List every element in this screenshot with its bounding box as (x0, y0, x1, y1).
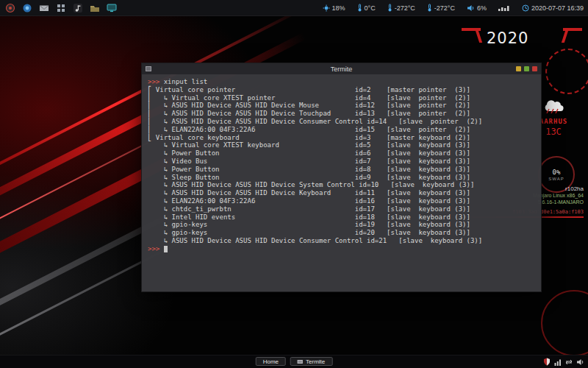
window-title: Termite (331, 66, 353, 73)
close-button[interactable] (532, 66, 537, 71)
xinput-row: ↳ ASUS HID Device ASUS HID Device Keyboa… (148, 189, 535, 197)
files-icon[interactable] (89, 2, 100, 13)
display-icon[interactable] (106, 2, 117, 13)
shell-prompt: >>> (148, 245, 159, 252)
menu-icon[interactable] (4, 2, 15, 13)
maximize-button[interactable] (524, 66, 529, 71)
xinput-row: ⎜ ↳ Virtual core XTEST pointer id=4 [sla… (148, 94, 535, 102)
home-button[interactable]: Home (256, 357, 286, 366)
shield-icon[interactable] (543, 358, 551, 366)
xinput-row: ⎡ Virtual core pointer id=2 [master poin… (148, 86, 535, 94)
window-icon (146, 66, 151, 71)
xinput-row: ↳ Sleep Button id=9 [slave keyboard (3)] (148, 174, 535, 182)
temperature-indicator-2[interactable]: -272°C (387, 4, 415, 12)
volume-icon (467, 4, 475, 12)
year-widget: 2020 (462, 28, 582, 47)
clock-value: 2020-07-07 16:39 (531, 4, 584, 12)
command-line: >>> xinput list (148, 78, 535, 86)
red-bracket-icon (563, 28, 582, 46)
command-text: xinput list (164, 78, 208, 85)
xinput-row: ⎜ ↳ ASUS HID Device ASUS HID Device Touc… (148, 110, 535, 118)
task-button-termite[interactable]: Termite (290, 357, 332, 366)
system-tray (543, 358, 584, 366)
xinput-row: ↳ ASUS HID Device ASUS HID Device Consum… (148, 237, 535, 245)
xinput-row: ↳ gpio-keys id=19 [slave keyboard (3)] (148, 221, 535, 229)
prompt-line: >>> (148, 245, 535, 253)
top-panel: 18% 0°C -272°C -272°C 6% (0, 0, 588, 16)
status-area: 18% 0°C -272°C -272°C 6% (323, 4, 584, 12)
minimize-button[interactable] (516, 66, 521, 71)
shell-prompt: >>> (148, 78, 159, 85)
temperature-value: -272°C (434, 4, 455, 12)
year-text: 2020 (487, 29, 528, 47)
mail-icon[interactable] (38, 2, 49, 13)
xinput-row: ↳ Virtual core XTEST keyboard id=5 [slav… (148, 141, 535, 149)
red-bracket-icon (462, 28, 481, 46)
temperature-indicator-1[interactable]: 0°C (357, 4, 376, 12)
xinput-row: ⎜ ↳ ASUS HID Device ASUS HID Device Mous… (148, 102, 535, 110)
browser-icon[interactable] (21, 2, 32, 13)
xinput-row: ↳ ELAN22A6:00 04F3:22A6 id=16 [slave key… (148, 197, 535, 205)
terminal-window: Termite >>> xinput list ⎡ Virtual core p… (141, 63, 542, 292)
launcher-icons (4, 2, 117, 13)
gauge-ring (545, 49, 588, 94)
xinput-row: ⎜ ↳ ASUS HID Device ASUS HID Device Cons… (148, 118, 535, 126)
chart-bars-icon[interactable] (554, 358, 562, 366)
thermometer-icon (357, 4, 362, 12)
graph-bars-icon (498, 4, 510, 11)
xinput-row: ↳ Power Button id=6 [slave keyboard (3)] (148, 149, 535, 158)
window-buttons (516, 66, 537, 71)
volume-value: 6% (477, 4, 487, 12)
apps-grid-icon[interactable] (55, 2, 66, 13)
temperature-value: 0°C (365, 4, 376, 12)
temperature-indicator-3[interactable]: -272°C (427, 4, 455, 12)
cpu-graph[interactable] (498, 4, 510, 11)
desktop: 18% 0°C -272°C -272°C 6% (0, 0, 588, 368)
clock-icon (522, 4, 529, 12)
network-icon[interactable] (565, 358, 573, 366)
swap-label: SWAP (548, 177, 564, 181)
terminal-titlebar[interactable]: Termite (142, 63, 541, 74)
temperature-value: -272°C (395, 4, 415, 12)
xinput-row: ⎣ Virtual core keyboard id=3 [master key… (148, 134, 535, 142)
xinput-row: ↳ Video Bus id=7 [slave keyboard (3)] (148, 158, 535, 166)
terminal-cursor (164, 246, 168, 252)
xinput-row: ↳ ASUS HID Device ASUS HID Device System… (148, 181, 535, 189)
taskbar-center: Home Termite (256, 357, 333, 366)
gauge-ring (541, 290, 588, 356)
window-icon (298, 360, 303, 364)
music-icon[interactable] (72, 2, 83, 13)
thermometer-icon (387, 4, 392, 12)
xinput-row: ↳ gpio-keys id=20 [slave keyboard (3)] (148, 229, 535, 237)
terminal-output[interactable]: >>> xinput list ⎡ Virtual core pointer i… (142, 74, 541, 257)
task-label: Termite (306, 358, 325, 365)
rain-cloud-icon (539, 94, 567, 113)
xinput-row: ⎜ ↳ ELAN22A6:00 04F3:22A6 id=15 [slave p… (148, 126, 535, 134)
xinput-row: ↳ Power Button id=8 [slave keyboard (3)] (148, 166, 535, 174)
brightness-value: 18% (332, 4, 345, 12)
thermometer-icon (427, 4, 432, 12)
brightness-icon (323, 4, 330, 12)
xinput-row: ↳ Intel HID events id=18 [slave keyboard… (148, 213, 535, 222)
xinput-row: ↳ chtdc_ti_pwrbtn id=17 [slave keyboard … (148, 205, 535, 213)
home-label: Home (263, 358, 279, 365)
volume-indicator[interactable]: 6% (467, 4, 487, 12)
swap-percent: 0% (553, 169, 561, 176)
clock-indicator[interactable]: 2020-07-07 16:39 (522, 4, 584, 12)
taskbar: Home Termite (0, 355, 588, 368)
volume-icon[interactable] (576, 358, 584, 366)
brightness-indicator[interactable]: 18% (323, 4, 345, 12)
